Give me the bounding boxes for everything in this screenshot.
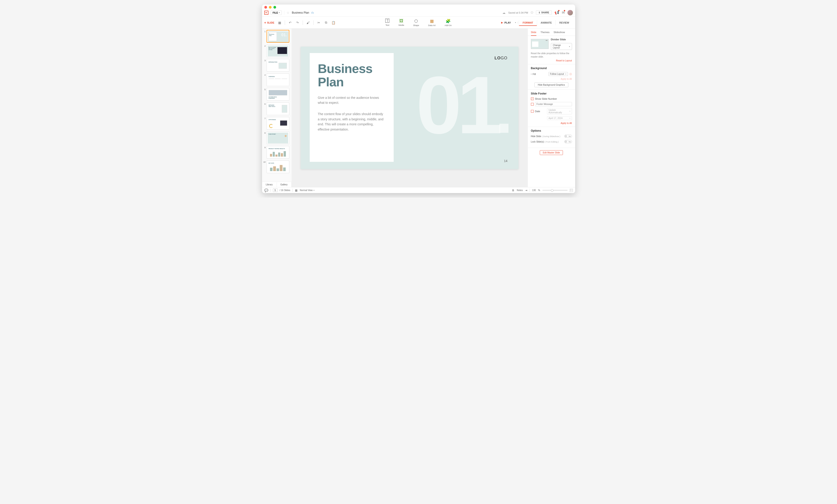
mail-icon[interactable]: ✉	[562, 11, 565, 15]
footer-message-checkbox[interactable]	[531, 103, 534, 106]
zoom-slider[interactable]	[542, 190, 567, 191]
slide-thumbnails[interactable]: 1 BusinessPlan01. 2 NEW SOFTWAREPRE-LAUN…	[262, 29, 291, 182]
fullscreen-icon[interactable]: ⛶	[570, 189, 573, 192]
notes-label[interactable]: Notes	[517, 189, 523, 191]
slide-canvas[interactable]: 01 BusinessPlan Give a bit of context so…	[301, 47, 518, 169]
chevron-right-icon[interactable]: ▸	[531, 73, 532, 75]
subtab-themes[interactable]: Themes	[540, 31, 550, 36]
tab-review[interactable]: REVIEW	[555, 20, 573, 25]
tab-format[interactable]: FORMAT	[519, 20, 537, 26]
date-checkbox[interactable]	[531, 110, 534, 113]
play-dropdown[interactable]: ▾	[513, 21, 518, 23]
copy-icon[interactable]: ⧉	[324, 21, 328, 25]
undo-icon[interactable]: ↶	[288, 21, 292, 25]
insert-dataart[interactable]: ▦Data Art	[428, 19, 435, 26]
top-row: FILE ☆ Business Plan 🗀 ☁ Saved at 5:34 P…	[262, 8, 575, 17]
window-zoom[interactable]	[273, 6, 276, 8]
info-icon[interactable]: ⓘ	[531, 11, 533, 14]
hide-slide-toggle[interactable]: No	[564, 135, 572, 138]
separator	[313, 20, 314, 25]
tab-animate[interactable]: ANIMATE	[537, 20, 555, 25]
window-minimize[interactable]	[269, 6, 272, 8]
background-apply-all[interactable]: Apply to All	[531, 78, 572, 80]
file-menu-button[interactable]: FILE	[271, 11, 282, 15]
slide-title[interactable]: BusinessPlan	[318, 62, 386, 89]
thumbnail-7[interactable]: 7 HYPOTHESIS	[263, 117, 291, 130]
thumbnail-9[interactable]: 9 PRODUCT TESTING RESULTS	[263, 146, 291, 158]
paste-icon[interactable]: 📋	[331, 21, 335, 25]
zoom-value[interactable]: 130	[532, 189, 536, 191]
comments-icon[interactable]: 💬	[264, 189, 268, 192]
status-bar: 💬 / 16 Slides ▦ Normal View 🗎 Notes ⇥ 13…	[262, 187, 575, 193]
footer-message-input[interactable]	[535, 102, 572, 106]
top-right: ☁ Saved at 5:34 PM ⓘ ⇪SHARE 📢 ✉	[502, 10, 573, 15]
top-left: FILE ☆ Business Plan 🗀	[264, 11, 314, 15]
thumbnail-1[interactable]: 1 BusinessPlan01.	[263, 30, 291, 43]
lock-slide-toggle[interactable]: No	[564, 140, 572, 143]
insert-shape[interactable]: ⬡Shape	[413, 19, 419, 26]
window-close[interactable]	[264, 6, 267, 8]
change-layout-button[interactable]: Change Layout	[551, 43, 572, 50]
footer-apply-all[interactable]: Apply to All	[531, 122, 572, 125]
edit-master-row: Edit Master Slide	[528, 148, 575, 157]
thumbnail-8[interactable]: 8 CASE STUDY	[263, 131, 291, 144]
layout-preview	[531, 39, 549, 49]
view-mode-icon[interactable]: ▦	[295, 189, 298, 192]
subtab-slide[interactable]: Slide	[531, 31, 536, 36]
thumbnail-2[interactable]: 2 NEW SOFTWAREPRE-LAUNCHTESTING	[263, 44, 291, 57]
thumbnail-3[interactable]: 3 INTRODUCTION	[263, 59, 291, 72]
document-title[interactable]: Business Plan	[292, 11, 309, 14]
star-icon[interactable]: ☆	[287, 11, 289, 15]
format-subtabs: Slide Themes Slideshow	[528, 29, 575, 36]
thumbnail-5[interactable]: 5 UX RESEARCHOVERVIEW	[263, 88, 291, 100]
view-mode-select[interactable]: Normal View	[300, 189, 315, 191]
date-update-select[interactable]: Update Automatically	[547, 108, 572, 114]
slide-text-box[interactable]: BusinessPlan Give a bit of context so th…	[310, 53, 394, 162]
background-section: Background ▸Fill Follow Layout Apply to …	[528, 64, 575, 90]
show-slide-number-checkbox[interactable]	[531, 97, 534, 100]
lock-slide-sublabel: ( From Editing )	[545, 141, 558, 143]
reset-to-layout-link[interactable]: Reset to Layout	[531, 59, 572, 62]
subtab-slideshow[interactable]: Slideshow	[554, 31, 565, 36]
main-body: 1 BusinessPlan01. 2 NEW SOFTWAREPRE-LAUN…	[262, 29, 575, 187]
format-painter-icon[interactable]: 🖌	[306, 21, 310, 25]
announcements-icon[interactable]: 📢	[554, 11, 559, 15]
edit-master-slide-button[interactable]: Edit Master Slide	[540, 150, 563, 155]
thumbnail-4[interactable]: 4 OVERVIEW	[263, 73, 291, 86]
hide-slide-label: Hide Slide	[531, 135, 541, 137]
cut-icon[interactable]: ✂	[317, 21, 321, 25]
app-window: FILE ☆ Business Plan 🗀 ☁ Saved at 5:34 P…	[262, 4, 575, 193]
slide-paragraph-1[interactable]: Give a bit of context so the audience kn…	[318, 95, 386, 105]
share-button[interactable]: ⇪SHARE	[536, 11, 552, 15]
canvas-area[interactable]: 01 BusinessPlan Give a bit of context so…	[291, 29, 528, 187]
folder-icon[interactable]: 🗀	[311, 11, 314, 14]
fill-select[interactable]: Follow Layout	[548, 72, 568, 76]
toolbar-row: SLIDE ▦ ↶ ↷ 🖌 ✂ ⧉ 📋 🅃Text 🖼Media ⬡Shape …	[262, 17, 575, 29]
thumbnail-footer: Library Gallery	[262, 182, 291, 187]
hide-bg-graphics-button[interactable]: Hide Background Graphics	[534, 82, 568, 87]
panel-toggle-icon[interactable]: ⇥	[525, 189, 527, 192]
add-slide-button[interactable]: SLIDE	[264, 21, 274, 24]
slide-logo[interactable]: LOGO	[494, 56, 507, 60]
redo-icon[interactable]: ↷	[296, 21, 300, 25]
insert-text[interactable]: 🅃Text	[385, 19, 389, 26]
library-tab[interactable]: Library	[262, 182, 277, 187]
notes-icon[interactable]: 🗎	[512, 189, 515, 192]
app-icon[interactable]	[264, 11, 268, 15]
date-value-select[interactable]: April 17, 2024	[547, 116, 572, 120]
play-button[interactable]: PLAY	[499, 20, 513, 25]
page-number-input[interactable]	[273, 189, 278, 192]
user-avatar[interactable]	[567, 10, 573, 15]
layout-section: Divider Slide Change Layout Reset the sl…	[528, 36, 575, 64]
slide-paragraph-2[interactable]: The content flow of your slides should e…	[318, 112, 386, 132]
insert-media[interactable]: 🖼Media	[398, 19, 404, 26]
fill-reset-icon[interactable]	[569, 73, 572, 75]
zoom-unit: %	[538, 189, 540, 191]
thumbnail-10[interactable]: 10 KEY DATA	[263, 161, 291, 173]
hide-slide-sublabel: ( During Slideshow )	[542, 135, 560, 137]
layout-icon[interactable]: ▦	[278, 21, 282, 25]
insert-addon[interactable]: 🧩Add-On	[445, 19, 452, 26]
thumbnail-6[interactable]: 6 METHODSAND TOOLS	[263, 102, 291, 115]
gallery-tab[interactable]: Gallery	[277, 182, 291, 187]
addon-icon: 🧩	[446, 19, 451, 23]
